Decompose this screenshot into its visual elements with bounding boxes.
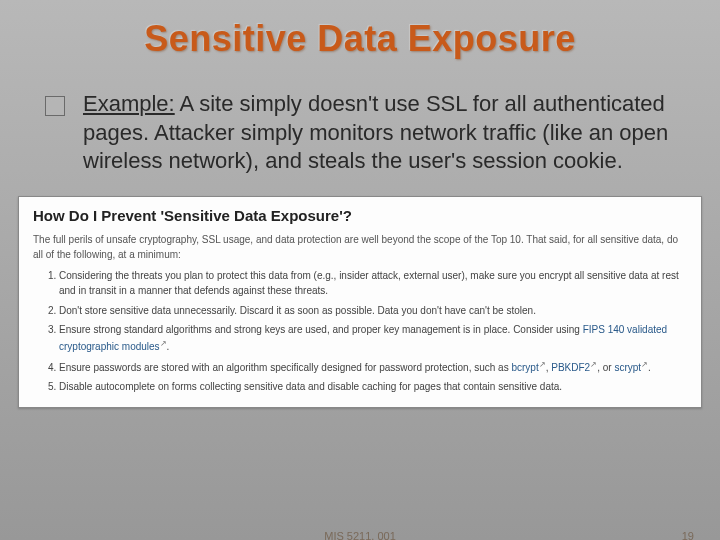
link-scrypt[interactable]: scrypt: [614, 362, 641, 373]
square-bullet-icon: [45, 96, 65, 116]
external-link-icon: ↗: [160, 339, 167, 348]
prevention-inset: How Do I Prevent 'Sensitive Data Exposur…: [18, 196, 702, 408]
external-link-icon: ↗: [590, 360, 597, 369]
example-label: Example:: [83, 91, 175, 116]
list-item: Ensure passwords are stored with an algo…: [59, 359, 687, 376]
example-block: Example: A site simply doesn't use SSL f…: [0, 60, 720, 176]
example-text: Example: A site simply doesn't use SSL f…: [83, 90, 675, 176]
external-link-icon: ↗: [539, 360, 546, 369]
footer-page-number: 19: [682, 530, 694, 540]
slide-title: Sensitive Data Exposure: [0, 0, 720, 60]
inset-intro: The full perils of unsafe cryptography, …: [33, 232, 687, 262]
footer-course: MIS 5211. 001: [324, 530, 396, 540]
external-link-icon: ↗: [641, 360, 648, 369]
inset-heading: How Do I Prevent 'Sensitive Data Exposur…: [33, 207, 687, 224]
list-item: Disable autocomplete on forms collecting…: [59, 379, 687, 395]
list-item: Considering the threats you plan to prot…: [59, 268, 687, 299]
list-item: Don't store sensitive data unnecessarily…: [59, 303, 687, 319]
prevention-list: Considering the threats you plan to prot…: [33, 268, 687, 395]
link-bcrypt[interactable]: bcrypt: [511, 362, 538, 373]
list-item: Ensure strong standard algorithms and st…: [59, 322, 687, 354]
link-pbkdf2[interactable]: PBKDF2: [551, 362, 590, 373]
